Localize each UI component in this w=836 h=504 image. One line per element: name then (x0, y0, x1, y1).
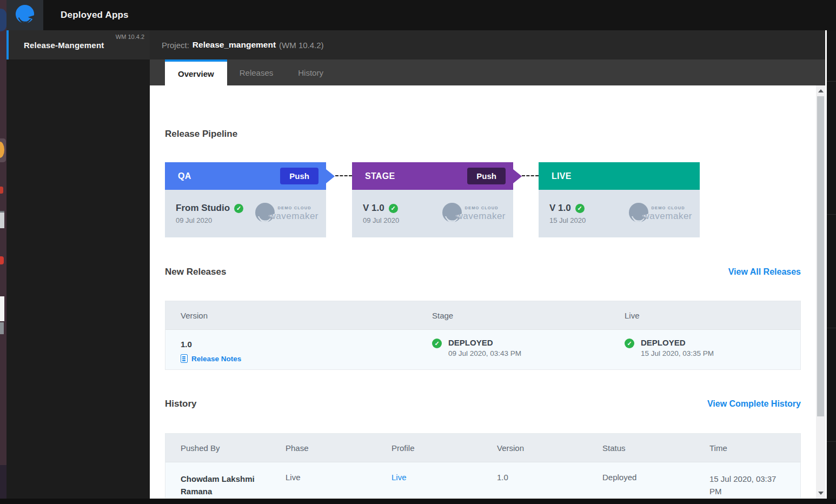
taskbar-app-icon[interactable] (0, 256, 4, 264)
qa-version: From Studio (176, 203, 230, 214)
release-notes-link[interactable]: Release Notes (191, 355, 241, 363)
stage-status: DEPLOYED (448, 338, 521, 347)
vertical-scrollbar[interactable] (816, 85, 825, 499)
history-header-row: History View Complete History (165, 399, 801, 409)
stage-name: QA (178, 171, 191, 181)
check-circle-icon: ✓ (389, 204, 398, 213)
scroll-up-icon[interactable] (818, 89, 824, 92)
check-circle-icon: ✓ (432, 339, 442, 348)
stage-status-cell: ✓ DEPLOYED 09 Jul 2020, 03:43 PM (432, 338, 625, 357)
pipeline-card-qa: QA Push From Studio ✓ 09 Jul 2020 (165, 162, 326, 237)
qa-card-body: From Studio ✓ 09 Jul 2020 (165, 190, 326, 237)
col-stage: Stage (432, 311, 625, 320)
taskbar-strip (0, 0, 6, 504)
project-version: (WM 10.4.2) (279, 41, 324, 50)
view-all-releases-link[interactable]: View All Releases (728, 267, 801, 277)
col-profile: Profile (392, 443, 497, 453)
check-circle-icon: ✓ (575, 204, 585, 213)
pipeline-connector (335, 175, 352, 176)
col-pushed-by: Pushed By (181, 443, 286, 453)
taskbar-app-icon[interactable] (0, 322, 4, 334)
seam-line (827, 214, 836, 215)
pushed-by-cell: Chowdam Lakshmi Ramana (181, 473, 262, 498)
qa-card-header: QA Push (165, 162, 326, 190)
live-card-header: LIVE (539, 162, 700, 190)
overview-content: Release Pipeline QA Push From Studio ✓ 0… (150, 85, 825, 499)
stage-version-block: V 1.0 ✓ 09 Jul 2020 (363, 203, 399, 224)
demo-cloud-logo: DEMO CLOUD wavemaker (441, 202, 506, 226)
main-panel: Project: Release_mangement (WM 10.4.2) O… (150, 30, 825, 499)
qa-push-button[interactable]: Push (280, 168, 319, 184)
taskbar-app-icon[interactable] (0, 296, 4, 321)
check-circle-icon: ✓ (625, 339, 634, 348)
release-version: 1.0 (181, 338, 432, 350)
stage-date: 09 Jul 2020 (363, 216, 399, 224)
demo-cloud-label: DEMO CLOUD (652, 205, 692, 210)
stage-name: LIVE (552, 171, 572, 181)
col-phase: Phase (286, 443, 392, 453)
demo-cloud-logo: DEMO CLOUD wavemaker (254, 202, 319, 226)
top-bar: Deployed Apps (6, 0, 836, 30)
taskbar-app-icon[interactable] (0, 187, 3, 194)
taskbar-app-icon[interactable] (0, 211, 4, 228)
stage-time: 09 Jul 2020, 03:43 PM (448, 349, 521, 357)
scroll-down-icon[interactable] (818, 492, 824, 495)
release-pipeline: QA Push From Studio ✓ 09 Jul 2020 (165, 162, 801, 237)
tab-history[interactable]: History (286, 59, 336, 85)
arrow-right-icon (513, 169, 522, 183)
profile-link[interactable]: Live (392, 473, 497, 482)
seam-line (827, 81, 836, 82)
live-date: 15 Jul 2020 (549, 216, 586, 224)
wavemaker-logo-icon (15, 4, 35, 26)
qa-date: 09 Jul 2020 (176, 216, 243, 224)
table-header: Version Stage Live (165, 301, 800, 329)
arrow-right-icon (326, 169, 335, 183)
version-cell: 1.0 (497, 473, 602, 482)
sidebar-item-project[interactable]: WM 10.4.2 Release-Mangement (6, 30, 150, 59)
col-status: Status (602, 443, 709, 453)
wavemaker-label: wavemaker (643, 211, 692, 222)
history-table: Pushed By Phase Profile Version Status T… (165, 433, 801, 498)
document-icon (181, 354, 188, 363)
live-card-body: V 1.0 ✓ 15 Jul 2020 (539, 190, 700, 237)
page-title: Deployed Apps (61, 10, 129, 21)
seam-line (827, 441, 836, 442)
scrollbar-thumb[interactable] (817, 96, 824, 416)
new-releases-title: New Releases (165, 267, 226, 277)
wavemaker-home-button[interactable] (6, 0, 43, 30)
new-releases-table: Version Stage Live 1.0 Release Notes ✓ D… (165, 301, 801, 370)
col-version: Version (497, 443, 602, 453)
stage-card-header: STAGE Push (352, 162, 513, 190)
taskbar-bottom (0, 465, 6, 499)
col-version: Version (181, 311, 432, 320)
tab-releases[interactable]: Releases (227, 59, 286, 85)
taskbar-app-icon[interactable] (0, 9, 6, 31)
table-row: 1.0 Release Notes ✓ DEPLOYED 09 Jul 2020… (165, 329, 800, 369)
stage-name: STAGE (365, 171, 395, 181)
pipeline-card-stage: STAGE Push V 1.0 ✓ 09 Jul 2020 (352, 162, 513, 237)
stage-push-button[interactable]: Push (467, 168, 506, 184)
check-circle-icon: ✓ (234, 204, 243, 213)
tab-overview[interactable]: Overview (165, 59, 227, 85)
live-version-block: V 1.0 ✓ 15 Jul 2020 (549, 203, 586, 224)
view-complete-history-link[interactable]: View Complete History (707, 399, 801, 409)
live-status: DEPLOYED (641, 338, 714, 347)
stage-version: V 1.0 (363, 203, 384, 214)
time-cell: 15 Jul 2020, 03:37 PM (709, 473, 791, 498)
background-window-strip (827, 30, 836, 504)
seam-line (827, 328, 836, 328)
project-header: Project: Release_mangement (WM 10.4.2) (150, 30, 825, 59)
qa-version-block: From Studio ✓ 09 Jul 2020 (176, 203, 243, 224)
sidebar-project-version: WM 10.4.2 (116, 34, 144, 40)
wavemaker-label: wavemaker (269, 211, 319, 222)
demo-cloud-label: DEMO CLOUD (465, 205, 506, 210)
new-releases-header-row: New Releases View All Releases (165, 267, 801, 277)
history-title: History (165, 399, 197, 409)
table-header: Pushed By Phase Profile Version Status T… (165, 434, 800, 462)
demo-cloud-label: DEMO CLOUD (278, 205, 319, 210)
demo-cloud-logo: DEMO CLOUD wavemaker (628, 202, 692, 226)
phase-cell: Live (286, 473, 392, 482)
sidebar-project-name: Release-Mangement (24, 41, 104, 50)
col-time: Time (709, 443, 800, 453)
project-name: Release_mangement (193, 40, 276, 50)
